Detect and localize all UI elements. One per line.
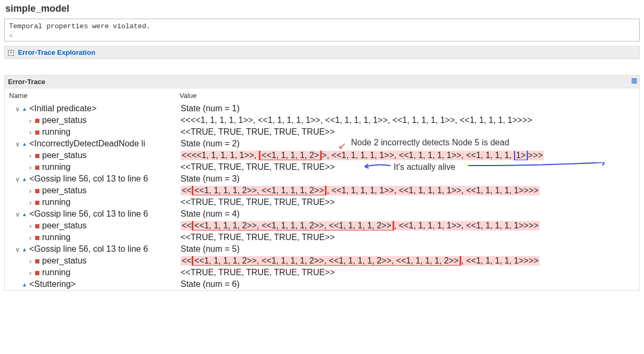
table-row[interactable]: v▲<Gossip line 56, col 13 to line 6State… — [5, 173, 639, 185]
twisty-open-icon[interactable]: v — [14, 141, 21, 148]
row-name-label: <Gossip line 56, col 13 to line 6 — [29, 244, 148, 253]
name-cell[interactable]: v▲<Gossip line 56, col 13 to line 6 — [5, 244, 181, 254]
value-text: <<TRUE, TRUE, TRUE, TRUE, TRUE>> — [181, 268, 335, 277]
row-name-label: peer_status — [42, 116, 87, 125]
value-text: State (num = 5) — [181, 244, 240, 253]
value-cell: <<TRUE, TRUE, TRUE, TRUE, TRUE>> — [181, 197, 639, 207]
row-name-label: peer_status — [42, 256, 87, 265]
twisty-open-icon[interactable]: v — [14, 246, 21, 253]
variable-icon — [35, 224, 39, 228]
chart-icon[interactable]: ▥ — [631, 77, 637, 84]
value-text: <<TRUE, TRUE, TRUE, TRUE, TRUE>> — [181, 233, 335, 242]
twisty-open-icon[interactable]: v — [14, 211, 21, 218]
state-icon: ▲ — [22, 176, 27, 182]
value-cell: <<<<1, 1, 1, 1, 2>>, <<1, 1, 1, 1, 2>>, … — [181, 186, 639, 195]
name-cell[interactable]: v▲<Gossip line 56, col 13 to line 6 — [5, 209, 181, 219]
twisty-closed-icon[interactable]: › — [27, 187, 34, 195]
column-name[interactable]: Name — [9, 92, 180, 100]
table-row[interactable]: v▲<Initial predicate>State (num = 1) — [5, 103, 639, 114]
highlight-blue: 1> — [514, 151, 528, 160]
row-name-label: running — [42, 162, 70, 171]
name-cell[interactable]: ›running — [5, 197, 181, 207]
row-name-label: <IncorrectlyDetectDeadNode li — [29, 139, 145, 148]
highlight-red: <<1, 1, 1, 1, 2>>, <<1, 1, 1, 1, 2>>, <<… — [192, 221, 394, 230]
variable-icon — [35, 154, 39, 158]
table-row[interactable]: ›running<<TRUE, TRUE, TRUE, TRUE, TRUE>> — [5, 196, 639, 208]
table-row[interactable]: ›peer_status<<<<1, 1, 1, 1, 2>>, <<1, 1,… — [5, 255, 639, 267]
row-name-label: peer_status — [42, 186, 87, 195]
twisty-closed-icon[interactable]: › — [27, 234, 34, 242]
column-value[interactable]: Value — [180, 92, 635, 100]
highlight-red: <<1, 1, 1, 1, 2>>, <<1, 1, 1, 1, 2>>, <<… — [192, 256, 461, 266]
row-name-label: running — [42, 268, 70, 277]
arrow-red-icon: ↙ — [338, 140, 346, 149]
value-text: State (num = 6) — [181, 279, 240, 289]
name-cell[interactable]: v▲<IncorrectlyDetectDeadNode li — [5, 139, 181, 149]
table-row[interactable]: ›peer_status<<<<1, 1, 1, 1, 1>>, <<1, 1,… — [5, 150, 639, 161]
name-cell[interactable]: ›peer_status — [5, 116, 181, 125]
variable-icon — [35, 201, 39, 205]
name-cell[interactable]: ›peer_status — [5, 221, 181, 230]
twisty-open-icon[interactable]: v — [14, 105, 21, 113]
section-label: Error-Trace Exploration — [18, 48, 95, 56]
name-cell[interactable]: v▲<Gossip line 56, col 13 to line 6 — [5, 174, 181, 184]
name-cell[interactable]: ›peer_status — [5, 151, 181, 160]
value-cell: <<TRUE, TRUE, TRUE, TRUE, TRUE>>It's act… — [181, 162, 639, 172]
variable-icon — [35, 271, 39, 275]
error-trace-exploration-header[interactable]: + Error-Trace Exploration — [4, 46, 640, 59]
value-cell: State (num = 1) — [181, 104, 639, 113]
name-cell[interactable]: ›peer_status — [5, 256, 181, 266]
name-cell[interactable]: ›running — [5, 162, 181, 172]
row-name-label: running — [42, 233, 70, 242]
name-cell[interactable]: ›running — [5, 268, 181, 277]
value-cell: <<<<1, 1, 1, 1, 1>>, <<1, 1, 1, 1, 2>>, … — [181, 151, 639, 160]
name-cell[interactable]: v▲<Initial predicate> — [5, 104, 181, 113]
name-cell[interactable]: ›running — [5, 127, 181, 137]
table-row[interactable]: ›running<<TRUE, TRUE, TRUE, TRUE, TRUE>> — [5, 267, 639, 278]
table-row[interactable]: ›peer_status<<<<1, 1, 1, 1, 2>>, <<1, 1,… — [5, 185, 639, 196]
value-cell: <<TRUE, TRUE, TRUE, TRUE, TRUE>> — [181, 233, 639, 242]
row-name-label: <Gossip line 56, col 13 to line 6 — [29, 174, 148, 183]
state-icon: ▲ — [22, 246, 27, 252]
value-cell: <<TRUE, TRUE, TRUE, TRUE, TRUE>> — [181, 268, 639, 277]
state-icon: ▲ — [22, 211, 27, 217]
highlight-red: <<1, 1, 1, 1, 2> — [259, 151, 322, 160]
value-text: <<TRUE, TRUE, TRUE, TRUE, TRUE>> — [181, 162, 335, 171]
table-row[interactable]: ›peer_status<<<<1, 1, 1, 1, 1>>, <<1, 1,… — [5, 114, 639, 126]
twisty-closed-icon[interactable]: › — [27, 269, 34, 277]
table-row[interactable]: ›running<<TRUE, TRUE, TRUE, TRUE, TRUE>> — [5, 126, 639, 138]
value-cell: <<<<1, 1, 1, 1, 2>>, <<1, 1, 1, 1, 2>>, … — [181, 256, 639, 266]
value-text: <<TRUE, TRUE, TRUE, TRUE, TRUE>> — [181, 127, 335, 136]
state-icon: ▲ — [22, 282, 27, 287]
value-text: <<<<1, 1, 1, 1, 2>>, <<1, 1, 1, 1, 2>>, … — [181, 221, 540, 230]
twisty-closed-icon[interactable]: › — [27, 199, 34, 207]
table-row[interactable]: v▲<Gossip line 56, col 13 to line 6State… — [5, 208, 639, 220]
twisty-closed-icon[interactable]: › — [27, 223, 34, 230]
page-title: simple_model — [0, 0, 644, 19]
table-row[interactable]: v▲<Gossip line 56, col 13 to line 6State… — [5, 243, 639, 255]
name-cell[interactable]: ›peer_status — [5, 186, 181, 195]
twisty-closed-icon[interactable]: › — [27, 152, 34, 160]
twisty-closed-icon[interactable]: › — [27, 129, 34, 136]
violation-message: Temporal properties were violated. — [9, 22, 635, 30]
name-cell[interactable]: ›running — [5, 233, 181, 242]
twisty-closed-icon[interactable]: › — [27, 258, 34, 265]
twisty-closed-icon[interactable]: › — [27, 164, 34, 171]
expand-icon[interactable]: + — [8, 50, 14, 56]
value-text: <<TRUE, TRUE, TRUE, TRUE, TRUE>> — [181, 197, 335, 207]
table-row[interactable]: ▲<Stuttering>State (num = 6) — [5, 278, 639, 290]
value-cell: State (num = 3) — [181, 174, 639, 184]
nav-back[interactable]: < — [9, 32, 635, 40]
value-cell: State (num = 2)Node 2 incorrectly detect… — [181, 139, 639, 149]
error-trace-header[interactable]: Error-Trace ▥ — [4, 75, 640, 88]
section-label: Error-Trace — [8, 78, 45, 86]
table-row[interactable]: ›running<<TRUE, TRUE, TRUE, TRUE, TRUE>> — [5, 232, 639, 243]
row-name-label: <Stuttering> — [29, 279, 76, 289]
table-row[interactable]: ›peer_status<<<<1, 1, 1, 1, 2>>, <<1, 1,… — [5, 220, 639, 232]
twisty-open-icon[interactable]: v — [14, 176, 21, 183]
value-text: <<<<1, 1, 1, 1, 1>>, <<1, 1, 1, 1, 2>>, … — [181, 151, 544, 160]
table-row[interactable]: ›running<<TRUE, TRUE, TRUE, TRUE, TRUE>>… — [5, 161, 639, 173]
table-row[interactable]: v▲<IncorrectlyDetectDeadNode liState (nu… — [5, 138, 639, 150]
name-cell[interactable]: ▲<Stuttering> — [5, 279, 181, 289]
twisty-closed-icon[interactable]: › — [27, 117, 34, 125]
